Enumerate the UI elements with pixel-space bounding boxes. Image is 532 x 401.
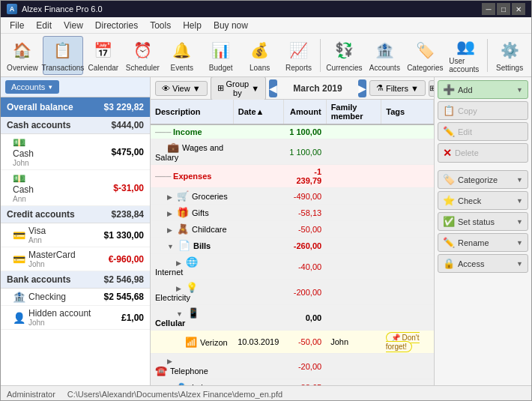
tool-budget[interactable]: 📊 Budget bbox=[202, 36, 240, 75]
cellular-amount: 0,00 bbox=[283, 305, 326, 331]
toolbar-separator bbox=[320, 39, 321, 72]
wages-desc: 💼Wages and Salary bbox=[151, 139, 233, 165]
table-row: ─── Expenses -1 239,79 bbox=[151, 165, 434, 188]
categories-icon: 🏷️ bbox=[413, 38, 437, 62]
telephone-desc: ▶ ☎️Telephone bbox=[151, 354, 233, 379]
setstatus-button[interactable]: ✅ Set status ▼ bbox=[438, 212, 528, 231]
tool-transactions[interactable]: 📋 Transactions bbox=[43, 36, 83, 75]
gifts-amount: -58,13 bbox=[283, 205, 326, 221]
verizon-icon: 📶 bbox=[185, 337, 197, 348]
toolbar: 🏠 Overview 📋 Transactions 📅 Calendar ⏰ S… bbox=[1, 34, 531, 77]
tool-events[interactable]: 🔔 Events bbox=[163, 36, 201, 75]
childcare-desc: ▶ 🧸Childcare bbox=[151, 221, 233, 238]
cash-ann-amount: $-31,00 bbox=[113, 183, 144, 193]
view-button[interactable]: 👁 View ▼ bbox=[155, 81, 208, 96]
cellular-icon: 📱 bbox=[187, 307, 199, 319]
bank-section-total: $2 546,98 bbox=[104, 274, 144, 285]
access-button[interactable]: 🔒 Access ▼ bbox=[438, 254, 528, 273]
filters-button[interactable]: ⚗ Filters ▼ bbox=[369, 80, 426, 96]
menu-tools[interactable]: Tools bbox=[144, 19, 177, 32]
account-hidden[interactable]: 👤 Hidden account John £1,00 bbox=[1, 306, 150, 330]
tool-settings[interactable]: ⚙️ Settings bbox=[491, 36, 528, 75]
filters-dropdown-icon: ▼ bbox=[411, 84, 419, 93]
table-row[interactable]: ▶ 🎁Gifts -58,13 bbox=[151, 205, 434, 221]
table-row[interactable]: ▼ 📄Bills -260,00 bbox=[151, 238, 434, 254]
table-row[interactable]: 💼Wages and Salary 1 100,00 bbox=[151, 139, 434, 165]
prev-period-button[interactable]: ◀ bbox=[269, 79, 277, 97]
hidden-account-name: Hidden account bbox=[28, 308, 91, 319]
tool-reports[interactable]: 📈 Reports bbox=[280, 36, 318, 75]
table-row[interactable]: ▶ 🛒Groceries -490,00 bbox=[151, 188, 434, 205]
account-checking[interactable]: 🏦 Checking $2 545,68 bbox=[1, 289, 150, 306]
bills-amount: -260,00 bbox=[283, 238, 326, 254]
categorize-icon: 🏷️ bbox=[443, 174, 455, 185]
tool-loans[interactable]: 💰 Loans bbox=[241, 36, 279, 75]
rename-button[interactable]: ✏️ Rename ▼ bbox=[438, 233, 528, 252]
edit-icon: ✏️ bbox=[443, 126, 455, 137]
account-mastercard-john[interactable]: 💳 MasterCard John €-960,00 bbox=[1, 247, 150, 271]
tool-accounts[interactable]: 🏦 Accounts bbox=[366, 36, 403, 75]
delete-button[interactable]: ✕ Delete bbox=[438, 143, 528, 163]
expenses-label: ─── Expenses bbox=[151, 165, 283, 188]
menu-file[interactable]: File bbox=[4, 19, 30, 32]
account-visa-ann[interactable]: 💳 Visa Ann $1 330,00 bbox=[1, 223, 150, 247]
rename-icon: ✏️ bbox=[443, 237, 455, 248]
next-period-button[interactable]: ▶ bbox=[358, 79, 366, 97]
hidden-account-icon: 👤 bbox=[13, 312, 25, 324]
maximize-button[interactable]: □ bbox=[497, 3, 510, 15]
cash-ann-name: Cash bbox=[13, 184, 34, 195]
table-row[interactable]: ▼ 📱Cellular 0,00 bbox=[151, 305, 434, 331]
menu-buynow[interactable]: Buy now bbox=[208, 19, 254, 32]
internet-icon: 🌐 bbox=[186, 256, 198, 268]
status-user: Administrator bbox=[7, 390, 55, 399]
edit-button[interactable]: ✏️ Edit bbox=[438, 122, 528, 141]
events-icon: 🔔 bbox=[170, 38, 194, 62]
menu-help[interactable]: Help bbox=[177, 19, 208, 32]
wages-date bbox=[233, 139, 283, 165]
mastercard-john-name: MasterCard bbox=[28, 250, 76, 260]
categorize-button[interactable]: 🏷️ Categorize ▼ bbox=[438, 170, 528, 189]
tool-currencies[interactable]: 💱 Currencies bbox=[324, 36, 364, 75]
table-row[interactable]: ▶ ☎️Telephone -20,00 bbox=[151, 354, 434, 379]
table-row[interactable]: ▶ 🧸Childcare -50,00 bbox=[151, 221, 434, 238]
groupby-button[interactable]: ⊞ Group by ▼ bbox=[211, 77, 266, 100]
verizon-member: John bbox=[326, 331, 381, 354]
access-dropdown-icon: ▼ bbox=[516, 260, 523, 268]
add-label: Add bbox=[458, 85, 473, 94]
tool-transactions-label: Transactions bbox=[41, 64, 84, 72]
menu-directories[interactable]: Directories bbox=[89, 19, 144, 32]
account-cash-ann[interactable]: 💵 Cash Ann $-31,00 bbox=[1, 170, 150, 206]
tool-events-label: Events bbox=[171, 64, 194, 72]
add-dropdown-icon: ▼ bbox=[516, 86, 523, 94]
add-button[interactable]: ➕ Add ▼ bbox=[438, 80, 528, 99]
credit-section-label: Credit accounts bbox=[7, 209, 75, 220]
table-row[interactable]: ▶ 🌐Internet -40,00 bbox=[151, 254, 434, 280]
copy-button[interactable]: 📋 Copy bbox=[438, 101, 528, 120]
tool-calendar[interactable]: 📅 Calendar bbox=[85, 36, 122, 75]
col-date[interactable]: Date▲ bbox=[233, 100, 283, 124]
tool-overview-label: Overview bbox=[7, 64, 38, 72]
tool-overview[interactable]: 🏠 Overview bbox=[4, 36, 41, 75]
copy-icon: 📋 bbox=[443, 105, 455, 116]
col-amount: Amount bbox=[283, 100, 326, 124]
tool-scheduler[interactable]: ⏰ Scheduler bbox=[124, 36, 162, 75]
period-label: March 2019 bbox=[280, 83, 355, 94]
grid-view-button[interactable]: ⊞ bbox=[429, 80, 434, 97]
accounts-dropdown-button[interactable]: Accounts ▼ bbox=[5, 80, 59, 94]
electricity-icon: 💡 bbox=[186, 282, 198, 293]
minimize-button[interactable]: ─ bbox=[482, 3, 495, 15]
table-row[interactable]: ▶ 💡Electricity -200,00 bbox=[151, 280, 434, 305]
gifts-desc: ▶ 🎁Gifts bbox=[151, 205, 233, 221]
check-button[interactable]: ⭐ Check ▼ bbox=[438, 191, 528, 210]
tool-useraccounts[interactable]: 👥 User accounts bbox=[447, 36, 484, 75]
tool-categories[interactable]: 🏷️ Categories bbox=[405, 36, 445, 75]
table-row[interactable]: 📶Verizon 10.03.2019 -50,00 John 📌 Don't … bbox=[151, 331, 434, 354]
menu-edit[interactable]: Edit bbox=[30, 19, 58, 32]
table-row[interactable]: ▶ 🎭Leisure -88,65 bbox=[151, 379, 434, 386]
menu-view[interactable]: View bbox=[58, 19, 89, 32]
account-cash-john[interactable]: 💵 Cash John $475,00 bbox=[1, 134, 150, 170]
edit-label: Edit bbox=[458, 127, 472, 136]
loans-icon: 💰 bbox=[248, 38, 272, 62]
title-bar: A Alzex Finance Pro 6.0 ─ □ ✕ bbox=[1, 1, 531, 17]
close-button[interactable]: ✕ bbox=[512, 3, 525, 15]
